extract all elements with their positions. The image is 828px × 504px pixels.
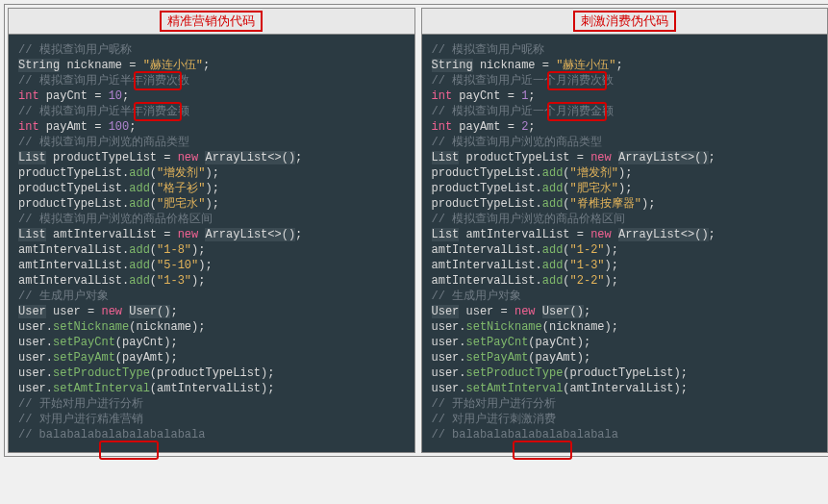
left-title: 精准营销伪代码: [160, 11, 263, 32]
highlight-box: [99, 441, 159, 460]
right-header: 刺激消费伪代码: [422, 9, 828, 35]
left-code: // 模拟查询用户昵称String nickname = "赫连小伍";// 模…: [9, 35, 414, 452]
compare-wrapper: 精准营销伪代码 // 模拟查询用户昵称String nickname = "赫连…: [4, 4, 828, 457]
left-pane: 精准营销伪代码 // 模拟查询用户昵称String nickname = "赫连…: [8, 8, 415, 453]
right-code: // 模拟查询用户昵称String nickname = "赫连小伍";// 模…: [422, 35, 828, 452]
right-pane: 刺激消费伪代码 // 模拟查询用户昵称String nickname = "赫连…: [421, 8, 829, 453]
left-header: 精准营销伪代码: [9, 9, 414, 35]
highlight-box: [513, 441, 572, 460]
right-title: 刺激消费伪代码: [573, 11, 676, 32]
